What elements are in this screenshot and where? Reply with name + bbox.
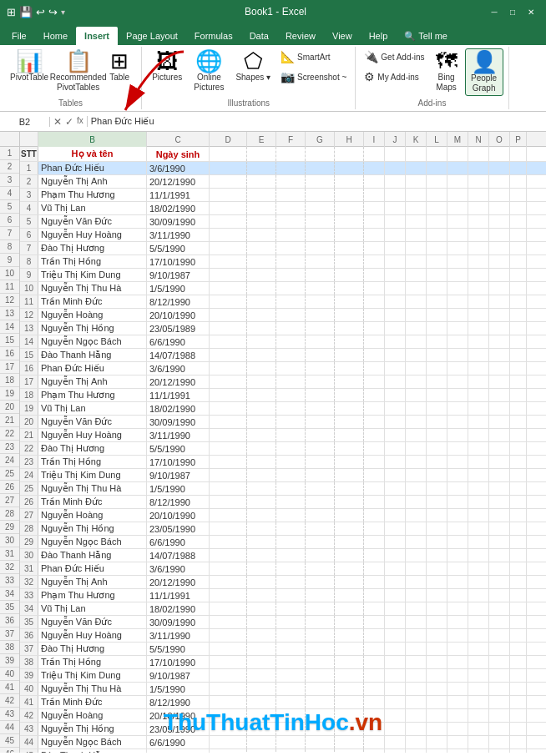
my-addins-button[interactable]: ⚙ My Add-ins (361, 68, 427, 85)
redo-icon[interactable]: ↪ (48, 6, 58, 18)
col-header[interactable]: L (427, 132, 447, 147)
cancel-formula-icon[interactable]: ✕ (53, 116, 62, 128)
table-row[interactable]: 42Nguyễn Hoàng20/10/1990 (20, 709, 546, 723)
table-row[interactable]: 27Nguyễn Hoàng20/10/1990 (20, 509, 546, 522)
table-row[interactable]: 17Nguyễn Thị Anh20/12/1990 (20, 375, 546, 389)
col-header[interactable]: F (276, 132, 306, 147)
table-row[interactable]: 23Trần Thị Hồng17/10/1990 (20, 456, 546, 469)
table-row[interactable]: 26Trần Minh Đức8/12/1990 (20, 496, 546, 509)
table-row[interactable]: 38Trần Thị Hồng17/10/1990 (20, 656, 546, 669)
insert-function-icon[interactable]: fx (77, 116, 83, 128)
tab-formulas[interactable]: Formulas (186, 27, 241, 45)
col-header[interactable]: G (306, 132, 335, 147)
table-row[interactable]: 44Nguyễn Ngọc Bách6/6/1990 (20, 736, 546, 749)
get-addins-button[interactable]: 🔌 Get Add-ins (361, 48, 427, 65)
col-header[interactable]: O (489, 132, 510, 147)
table-button[interactable]: ⊞ Table (103, 48, 136, 84)
table-row[interactable]: 34Vũ Thị Lan18/02/1990 (20, 602, 546, 616)
online-pictures-button[interactable]: 🌐 OnlinePictures (189, 48, 229, 94)
people-graph-button[interactable]: 👤 PeopleGraph (465, 48, 503, 96)
bing-maps-button[interactable]: 🗺 BingMaps (430, 48, 463, 94)
table-row[interactable]: 2Nguyễn Thị Anh20/12/1990 (20, 175, 546, 189)
close-button[interactable]: ✕ (523, 3, 539, 20)
table-row[interactable]: 25Nguyễn Thị Thu Hà1/5/1990 (20, 482, 546, 496)
table-row[interactable]: 29Nguyễn Ngọc Bách6/6/1990 (20, 536, 546, 549)
table-row[interactable]: 43Nguyễn Thị Hồng23/05/1990 (20, 723, 546, 736)
maximize-button[interactable]: □ (504, 3, 521, 20)
col-header[interactable]: H (335, 132, 364, 147)
table-row[interactable]: 33Phạm Thu Hương11/1/1991 (20, 589, 546, 602)
tab-tell-me[interactable]: 🔍 Tell me (396, 27, 456, 45)
table-row[interactable]: 39Triệu Thị Kim Dung9/10/1987 (20, 669, 546, 683)
table-row[interactable]: 32Nguyễn Thị Anh20/12/1990 (20, 576, 546, 589)
save-icon[interactable]: 💾 (19, 6, 33, 18)
table-row[interactable]: 1Phan Đức Hiếu3/6/1990 (20, 162, 546, 175)
tab-insert[interactable]: Insert (76, 27, 118, 45)
col-header[interactable]: C (147, 132, 210, 147)
screenshot-button[interactable]: 📷 Screenshot ~ (277, 68, 350, 85)
col-header[interactable]: I (364, 132, 385, 147)
table-row[interactable]: 18Phạm Thu Hương11/1/1991 (20, 389, 546, 402)
pivot-table-button[interactable]: 📊 PivotTable (5, 48, 53, 84)
col-header[interactable]: M (447, 132, 468, 147)
table-row[interactable]: 7Đào Thị Hương5/5/1990 (20, 242, 546, 255)
tab-home[interactable]: Home (35, 27, 76, 45)
table-row[interactable]: 35Nguyễn Văn Đức30/09/1990 (20, 616, 546, 629)
table-row[interactable]: 45Đào Thanh Hằng14/07/1988 (20, 749, 546, 753)
undo-icon[interactable]: ↩ (36, 6, 45, 18)
table-row[interactable]: 22Đào Thị Hương5/5/1990 (20, 442, 546, 456)
col-header[interactable]: N (468, 132, 489, 147)
customize-icon[interactable]: ▾ (61, 8, 65, 17)
cell-empty (364, 335, 385, 348)
col-header[interactable]: D (210, 132, 247, 147)
col-header[interactable]: B (38, 132, 147, 147)
table-row[interactable]: 10Nguyễn Thị Thu Hà1/5/1990 (20, 282, 546, 295)
col-header[interactable]: P (510, 132, 527, 147)
col-header[interactable]: K (406, 132, 427, 147)
table-row[interactable]: 8Trần Thị Hồng17/10/1990 (20, 255, 546, 269)
formula-input[interactable]: Phan Đức Hiếu (87, 116, 546, 127)
table-row[interactable]: 40Nguyễn Thị Thu Hà1/5/1990 (20, 683, 546, 696)
table-row[interactable]: 36Nguyễn Huy Hoàng3/11/1990 (20, 629, 546, 643)
table-row[interactable]: 3Phạm Thu Hương11/1/1991 (20, 189, 546, 202)
table-row[interactable]: 19Vũ Thị Lan18/02/1990 (20, 402, 546, 416)
smartart-button[interactable]: 📐 SmartArt (277, 48, 350, 65)
table-row[interactable]: 16Phan Đức Hiếu3/6/1990 (20, 362, 546, 375)
table-row[interactable]: 13Nguyễn Thị Hồng23/05/1989 (20, 322, 546, 335)
table-row[interactable]: 12Nguyễn Hoàng20/10/1990 (20, 309, 546, 322)
table-row[interactable]: 5Nguyễn Văn Đức30/09/1990 (20, 215, 546, 229)
tab-help[interactable]: Help (361, 27, 397, 45)
cell-name: Vũ Thị Lan (38, 602, 147, 615)
shapes-button[interactable]: ⬠ Shapes ▾ (230, 48, 276, 84)
col-header[interactable]: J (385, 132, 406, 147)
cell-reference[interactable]: B2 (0, 117, 50, 127)
cell-empty (276, 282, 306, 295)
tab-review[interactable]: Review (277, 27, 324, 45)
recommended-pivot-button[interactable]: 📋 RecommendedPivotTables (55, 48, 101, 94)
cell-empty (489, 683, 510, 695)
tab-file[interactable]: File (3, 27, 35, 45)
table-row[interactable]: 9Triệu Thị Kim Dung9/10/1987 (20, 269, 546, 282)
table-row[interactable]: 11Trần Minh Đức8/12/1990 (20, 295, 546, 309)
confirm-formula-icon[interactable]: ✓ (65, 116, 73, 128)
table-row[interactable]: 4Vũ Thị Lan18/02/1990 (20, 202, 546, 215)
pictures-button[interactable]: 🖼 Pictures (147, 48, 187, 84)
minimize-button[interactable]: ─ (486, 3, 503, 20)
table-row[interactable]: 24Triệu Thị Kim Dung9/10/1987 (20, 469, 546, 482)
table-row[interactable]: 30Đào Thanh Hằng14/07/1988 (20, 549, 546, 562)
col-header[interactable] (20, 132, 38, 147)
table-row[interactable]: 6Nguyễn Huy Hoàng3/11/1990 (20, 229, 546, 242)
tab-view[interactable]: View (324, 27, 361, 45)
col-header[interactable]: E (247, 132, 276, 147)
table-row[interactable]: 21Nguyễn Huy Hoàng3/11/1990 (20, 429, 546, 442)
table-row[interactable]: 41Trần Minh Đức8/12/1990 (20, 696, 546, 709)
table-row[interactable]: 20Nguyễn Văn Đức30/09/1990 (20, 416, 546, 429)
tab-page-layout[interactable]: Page Layout (118, 27, 186, 45)
table-row[interactable]: 15Đào Thanh Hằng14/07/1988 (20, 349, 546, 362)
table-row[interactable]: 28Nguyễn Thị Hồng23/05/1990 (20, 522, 546, 536)
tab-data[interactable]: Data (241, 27, 277, 45)
table-row[interactable]: 31Phan Đức Hiếu3/6/1990 (20, 562, 546, 576)
table-row[interactable]: 14Nguyễn Ngọc Bách6/6/1990 (20, 335, 546, 349)
table-row[interactable]: 37Đào Thị Hương5/5/1990 (20, 643, 546, 656)
table-row[interactable]: STTHọ và tênNgày sinh (20, 147, 546, 162)
